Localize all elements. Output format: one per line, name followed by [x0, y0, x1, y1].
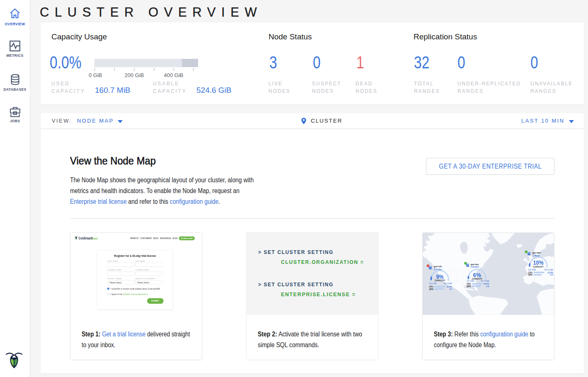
- svg-text:CPU: CPU: [429, 286, 434, 288]
- svg-text:9%: 9%: [436, 273, 443, 280]
- svg-text:3.6 GiB: 3.6 GiB: [528, 268, 536, 271]
- svg-text:43.7 GiB: 43.7 GiB: [481, 280, 489, 282]
- svg-text:geo=ams: geo=ams: [532, 251, 541, 254]
- svg-text:0.4: 0.4: [550, 274, 553, 276]
- svg-text:42.5%: 42.5%: [484, 283, 489, 285]
- svg-text:geo=nyc: geo=nyc: [471, 263, 479, 266]
- svg-text:3.2 GiB: 3.2 GiB: [429, 282, 436, 285]
- svg-text:34.4 GiB: 34.4 GiB: [544, 268, 553, 271]
- svg-text:4.7: 4.7: [449, 288, 452, 290]
- svg-text:QPS: QPS: [429, 288, 434, 290]
- svg-text:6%: 6%: [473, 272, 482, 278]
- svg-text:QPS: QPS: [528, 274, 533, 276]
- svg-text:1 Node: 1 Node: [532, 254, 540, 257]
- svg-text:QPS: QPS: [467, 285, 471, 288]
- svg-text:35.1 GiB: 35.1 GiB: [443, 282, 452, 285]
- svg-text:11.0%: 11.0%: [446, 286, 452, 288]
- svg-text:geo=sfo: geo=sfo: [434, 265, 442, 268]
- svg-text:10%: 10%: [533, 259, 544, 266]
- svg-text:2 Nodes: 2 Nodes: [471, 266, 479, 268]
- svg-text:CPU: CPU: [467, 283, 471, 285]
- svg-text:CAPACITY: CAPACITY: [435, 280, 445, 282]
- svg-text:13.3%: 13.3%: [547, 272, 553, 274]
- svg-text:CPU: CPU: [528, 272, 533, 274]
- svg-text:2 Nodes: 2 Nodes: [434, 268, 442, 271]
- svg-text:0.0: 0.0: [486, 285, 489, 288]
- svg-text:3.7 GiB: 3.7 GiB: [467, 280, 474, 282]
- svg-text:CAPACITY: CAPACITY: [533, 266, 544, 268]
